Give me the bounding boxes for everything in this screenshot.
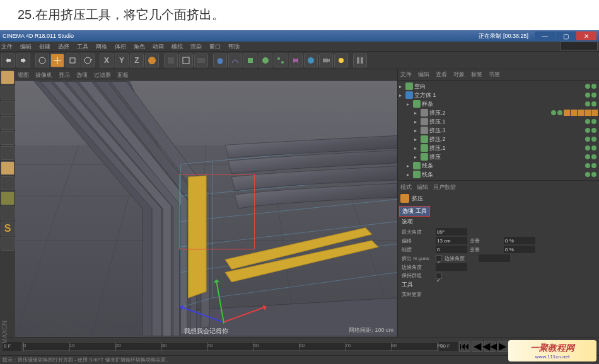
poly-mode-button[interactable] bbox=[1, 161, 15, 175]
maximize-button[interactable]: ▢ bbox=[555, 31, 576, 40]
viewport-solo-button[interactable] bbox=[1, 207, 15, 220]
attr-keepgroups-check[interactable] bbox=[436, 273, 442, 279]
layout-button[interactable] bbox=[353, 54, 367, 67]
minimize-button[interactable]: — bbox=[535, 31, 555, 40]
attr-maxangle-value[interactable]: 89° bbox=[436, 228, 467, 236]
gizmo-z-axis[interactable] bbox=[180, 306, 222, 322]
tree-row[interactable]: ▸空白 bbox=[399, 82, 598, 91]
rotate-button[interactable] bbox=[81, 54, 95, 67]
light-button[interactable] bbox=[334, 54, 348, 67]
visibility-dot[interactable] bbox=[585, 145, 590, 151]
om-tab-view[interactable]: 查看 bbox=[436, 71, 447, 79]
primitive-button[interactable] bbox=[213, 54, 227, 67]
tree-row[interactable]: ▸挤压.2 bbox=[399, 108, 598, 117]
object-tree[interactable]: ▸空白▸立方体 1▸样条▸挤压.2▸挤压.1▸挤压.3▸挤压.2▸挤压.1▸挤压… bbox=[398, 81, 599, 180]
selection-tag-icon[interactable] bbox=[578, 110, 584, 116]
tree-row[interactable]: ▸线条 bbox=[399, 161, 598, 170]
undo-button[interactable] bbox=[1, 54, 15, 67]
visibility-dot[interactable] bbox=[591, 145, 596, 151]
picture-viewer-button[interactable] bbox=[194, 54, 208, 67]
axis-x-button[interactable]: X bbox=[100, 54, 113, 67]
om-tab-file[interactable]: 文件 bbox=[400, 71, 412, 79]
play-back-button[interactable]: ◀◀ bbox=[484, 341, 496, 352]
visibility-dot[interactable] bbox=[591, 172, 596, 177]
visibility-dot[interactable] bbox=[591, 101, 596, 106]
menu-select[interactable]: 选择 bbox=[58, 42, 69, 51]
render-view-button[interactable] bbox=[164, 54, 178, 67]
move-button[interactable] bbox=[50, 54, 64, 67]
tree-row[interactable]: ▸挤压.1 bbox=[399, 117, 598, 126]
attr-edge-value[interactable] bbox=[479, 254, 510, 262]
vp-menu-camera[interactable]: 摄像机 bbox=[35, 69, 52, 80]
visibility-dot[interactable] bbox=[591, 128, 596, 133]
visibility-dot[interactable] bbox=[585, 93, 590, 98]
vp-menu-options[interactable]: 选项 bbox=[76, 69, 88, 80]
visibility-dot[interactable] bbox=[585, 137, 590, 142]
selection-tag-icon[interactable] bbox=[571, 110, 577, 116]
menu-file[interactable]: 文件 bbox=[1, 42, 13, 51]
visibility-dot[interactable] bbox=[585, 84, 590, 89]
visibility-dot[interactable] bbox=[591, 154, 596, 159]
timeline-ruler[interactable]: 0102030405060708090 bbox=[23, 342, 438, 351]
attr-tab-userdata[interactable]: 用户数据 bbox=[433, 183, 456, 191]
attr-subdiv-value[interactable]: 0 bbox=[436, 246, 467, 253]
menu-mesh[interactable]: 网格 bbox=[96, 42, 107, 51]
vp-menu-panel[interactable]: 面板 bbox=[117, 69, 129, 80]
attr-subtab-options[interactable]: 选项 工具 bbox=[399, 206, 430, 217]
visibility-dot[interactable] bbox=[585, 119, 590, 124]
visibility-dot[interactable] bbox=[591, 93, 596, 98]
tree-row[interactable]: ▸挤压.2 bbox=[399, 135, 598, 144]
visibility-dot[interactable] bbox=[585, 163, 590, 168]
attr-tab-mode[interactable]: 模式 bbox=[400, 183, 412, 191]
tree-row[interactable]: ▸挤压.1 bbox=[399, 144, 598, 152]
menu-window[interactable]: 窗口 bbox=[209, 42, 221, 51]
visibility-dot[interactable] bbox=[591, 163, 596, 168]
attr-ngons-check[interactable] bbox=[436, 255, 442, 261]
render-settings-button[interactable] bbox=[179, 54, 193, 67]
world-axis-button[interactable] bbox=[145, 54, 159, 67]
visibility-dot[interactable] bbox=[585, 101, 590, 106]
selection-tag-icon[interactable] bbox=[584, 110, 591, 116]
environment-button[interactable] bbox=[304, 54, 318, 67]
attr-var2-value[interactable]: 0 % bbox=[504, 246, 535, 253]
redo-button[interactable] bbox=[16, 54, 30, 67]
attr-var1-value[interactable]: 0 % bbox=[504, 237, 535, 244]
om-tab-tags[interactable]: 标签 bbox=[471, 71, 482, 79]
tree-row[interactable]: ▸样条 bbox=[399, 100, 598, 108]
menu-simulate[interactable]: 模拟 bbox=[172, 42, 183, 51]
menu-help[interactable]: 帮助 bbox=[228, 42, 240, 51]
deformer-button[interactable] bbox=[289, 54, 303, 67]
visibility-dot[interactable] bbox=[585, 172, 590, 177]
array-button[interactable] bbox=[274, 54, 288, 67]
workplane-snap-button[interactable] bbox=[1, 237, 15, 251]
prev-frame-button[interactable]: ◀ bbox=[472, 341, 483, 352]
search-input[interactable] bbox=[560, 42, 598, 50]
camera-button[interactable] bbox=[319, 54, 333, 67]
subdivision-button[interactable] bbox=[259, 54, 272, 67]
gizmo-x-axis[interactable] bbox=[224, 306, 266, 322]
tree-row[interactable]: ▸挤压.3 bbox=[399, 126, 598, 135]
axis-mode-button[interactable] bbox=[1, 176, 15, 190]
point-mode-button[interactable] bbox=[1, 131, 15, 145]
selection-tag-icon[interactable] bbox=[591, 110, 598, 116]
menu-tools[interactable]: 工具 bbox=[77, 42, 88, 51]
play-button[interactable]: ▶ bbox=[497, 341, 508, 352]
tree-row[interactable]: ▸线条 bbox=[399, 170, 598, 179]
selection-tag-icon[interactable] bbox=[564, 110, 570, 116]
visibility-dot[interactable] bbox=[585, 154, 590, 159]
om-tab-bookmark[interactable]: 书签 bbox=[489, 71, 500, 79]
tree-row[interactable]: ▸立方体 1 bbox=[399, 91, 598, 100]
goto-start-button[interactable]: ⏮ bbox=[459, 341, 470, 352]
live-select-button[interactable] bbox=[35, 54, 49, 67]
tree-row[interactable]: ▸挤压 bbox=[399, 152, 598, 161]
visibility-dot[interactable] bbox=[591, 119, 596, 124]
axis-z-button[interactable]: Z bbox=[130, 54, 144, 67]
vp-menu-display[interactable]: 显示 bbox=[59, 69, 70, 80]
tweak-button[interactable] bbox=[1, 191, 15, 205]
visibility-dot[interactable] bbox=[591, 84, 596, 89]
vp-menu-filter[interactable]: 过滤器 bbox=[94, 69, 111, 80]
menu-volume[interactable]: 体积 bbox=[115, 42, 126, 51]
make-editable-button[interactable] bbox=[1, 71, 15, 84]
om-tab-object[interactable]: 对象 bbox=[453, 71, 465, 79]
spline-button[interactable] bbox=[228, 54, 242, 67]
